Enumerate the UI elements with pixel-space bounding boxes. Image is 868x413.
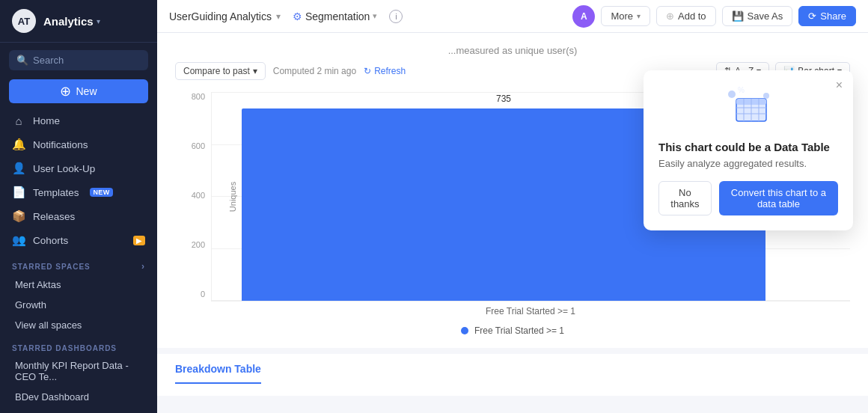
starred-space-mert-aktas[interactable]: Mert Aktas bbox=[0, 275, 157, 295]
breakdown-section: Breakdown Table bbox=[157, 354, 868, 396]
starred-dashboards-section: STARRED DASHBOARDS bbox=[0, 335, 157, 355]
popup-title: This chart could be a Data Table bbox=[658, 141, 838, 153]
legend-dot bbox=[461, 327, 468, 334]
save-as-icon: 💾 bbox=[732, 10, 744, 22]
y-label-600: 600 bbox=[192, 141, 205, 150]
segmentation-icon: ⚙ bbox=[293, 10, 302, 22]
starred-dashboard-bdev[interactable]: BDev Dashboard bbox=[0, 387, 157, 407]
svg-point-0 bbox=[728, 91, 736, 98]
starred-spaces-section: STARRED SPACES › bbox=[0, 252, 157, 275]
sidebar-nav: ⌂ Home 🔔 Notifications 👤 User Look-Up 📄 … bbox=[0, 109, 157, 413]
app-name: Analytics bbox=[43, 15, 94, 28]
segmentation-menu[interactable]: ⚙ Segmentation ▾ bbox=[287, 7, 383, 25]
add-to-icon: ⊕ bbox=[666, 10, 674, 22]
share-icon: ⟳ bbox=[808, 10, 816, 22]
popup-illustration-svg: % bbox=[718, 85, 778, 130]
sidebar-item-templates[interactable]: 📄 Templates NEW bbox=[0, 180, 157, 204]
popup-description: Easily analyze aggregated results. bbox=[658, 158, 838, 169]
sidebar-item-label: Notifications bbox=[33, 139, 88, 150]
share-label: Share bbox=[820, 10, 846, 22]
plus-icon: ⊕ bbox=[60, 85, 71, 98]
chart-section: ...measured as unique user(s) Compare to… bbox=[157, 33, 868, 348]
computed-text: Computed 2 min ago bbox=[273, 66, 356, 76]
sidebar-item-label: Cohorts bbox=[33, 235, 68, 246]
breadcrumb-chevron-icon[interactable]: ▾ bbox=[276, 11, 281, 22]
breadcrumb-name[interactable]: UserGuiding Analytics bbox=[169, 10, 272, 22]
sidebar-item-user-lookup[interactable]: 👤 User Look-Up bbox=[0, 156, 157, 180]
new-button[interactable]: ⊕ New bbox=[9, 79, 148, 103]
content-area: ...measured as unique user(s) Compare to… bbox=[157, 33, 868, 413]
add-to-label: Add to bbox=[678, 10, 706, 22]
legend-label: Free Trial Started >= 1 bbox=[474, 325, 564, 336]
x-axis-label: Free Trial Started >= 1 bbox=[211, 302, 850, 316]
sidebar-item-label: Releases bbox=[33, 211, 75, 222]
templates-icon: 📄 bbox=[12, 186, 25, 199]
releases-icon: 📦 bbox=[12, 209, 25, 223]
starred-dashboard-kpi[interactable]: Monthly KPI Report Data - CEO Te... bbox=[0, 355, 157, 387]
y-label-200: 200 bbox=[192, 240, 205, 249]
starred-space-view-all[interactable]: View all spaces bbox=[0, 315, 157, 335]
app-name-chevron-icon[interactable]: ▾ bbox=[97, 17, 100, 25]
refresh-icon: ↻ bbox=[364, 66, 371, 76]
breakdown-table-tab[interactable]: Breakdown Table bbox=[175, 354, 261, 384]
sidebar: AT Analytics ▾ 🔍 ⊕ New ⌂ Home 🔔 Notifica… bbox=[0, 0, 157, 413]
sidebar-item-releases[interactable]: 📦 Releases bbox=[0, 204, 157, 228]
search-bar[interactable]: 🔍 bbox=[9, 50, 148, 70]
svg-text:%: % bbox=[738, 86, 745, 94]
sidebar-item-label: Home bbox=[33, 115, 60, 126]
y-label-400: 400 bbox=[192, 191, 205, 200]
starred-dashboards-label: STARRED DASHBOARDS bbox=[12, 344, 117, 352]
sidebar-header: AT Analytics ▾ bbox=[0, 0, 157, 43]
refresh-label: Refresh bbox=[374, 66, 406, 76]
sidebar-item-home[interactable]: ⌂ Home bbox=[0, 109, 157, 132]
compare-chevron-icon: ▾ bbox=[253, 66, 257, 76]
more-button[interactable]: More ▾ bbox=[601, 6, 650, 26]
breadcrumb: UserGuiding Analytics ▾ bbox=[169, 10, 281, 22]
compare-label: Compare to past bbox=[183, 66, 250, 76]
chart-legend: Free Trial Started >= 1 bbox=[175, 325, 850, 336]
popup-actions: No thanks Convert this chart to a data t… bbox=[658, 181, 838, 215]
video-badge: ▶ bbox=[133, 236, 145, 245]
svg-point-1 bbox=[763, 93, 769, 99]
popup-close-button[interactable]: × bbox=[836, 79, 843, 91]
refresh-button[interactable]: ↻ Refresh bbox=[364, 66, 406, 76]
main-content: UserGuiding Analytics ▾ ⚙ Segmentation ▾… bbox=[157, 0, 868, 413]
segmentation-chevron-icon: ▾ bbox=[373, 11, 377, 21]
compare-button[interactable]: Compare to past ▾ bbox=[175, 62, 266, 80]
new-button-label: New bbox=[76, 85, 97, 97]
chart-subtitle: ...measured as unique user(s) bbox=[175, 45, 850, 56]
home-icon: ⌂ bbox=[12, 114, 25, 127]
new-badge: NEW bbox=[90, 188, 114, 197]
user-icon: 👤 bbox=[12, 162, 25, 175]
avatar: A bbox=[572, 5, 595, 28]
save-as-button[interactable]: 💾 Save As bbox=[722, 6, 793, 26]
sidebar-item-cohorts[interactable]: 👥 Cohorts ▶ bbox=[0, 228, 157, 252]
starred-spaces-label: STARRED SPACES bbox=[12, 263, 91, 271]
info-icon[interactable]: i bbox=[389, 10, 403, 23]
search-icon: 🔍 bbox=[16, 55, 28, 66]
more-chevron-icon: ▾ bbox=[637, 12, 641, 20]
popup-illustration: % bbox=[658, 85, 838, 130]
save-as-label: Save As bbox=[748, 10, 783, 22]
bell-icon: 🔔 bbox=[12, 138, 25, 151]
no-thanks-button[interactable]: No thanks bbox=[658, 181, 712, 215]
y-label-0: 0 bbox=[201, 290, 205, 299]
sidebar-item-label: User Look-Up bbox=[33, 163, 95, 174]
starred-spaces-chevron-icon[interactable]: › bbox=[141, 261, 145, 272]
data-table-popup: × % bbox=[644, 70, 853, 230]
cohorts-icon: 👥 bbox=[12, 233, 25, 247]
search-input[interactable] bbox=[33, 55, 141, 66]
segmentation-label: Segmentation bbox=[305, 10, 370, 22]
sidebar-item-notifications[interactable]: 🔔 Notifications bbox=[0, 132, 157, 156]
starred-space-growth[interactable]: Growth bbox=[0, 295, 157, 315]
y-label-800: 800 bbox=[192, 92, 205, 101]
more-label: More bbox=[611, 10, 633, 22]
share-button[interactable]: ⟳ Share bbox=[798, 6, 856, 26]
y-axis-labels: 800 600 400 200 0 bbox=[175, 92, 205, 316]
app-logo: AT bbox=[12, 9, 36, 33]
topbar: UserGuiding Analytics ▾ ⚙ Segmentation ▾… bbox=[157, 0, 868, 33]
convert-button[interactable]: Convert this chart to a data table bbox=[719, 181, 838, 215]
add-to-button[interactable]: ⊕ Add to bbox=[656, 6, 716, 26]
sidebar-item-label: Templates bbox=[33, 187, 79, 198]
